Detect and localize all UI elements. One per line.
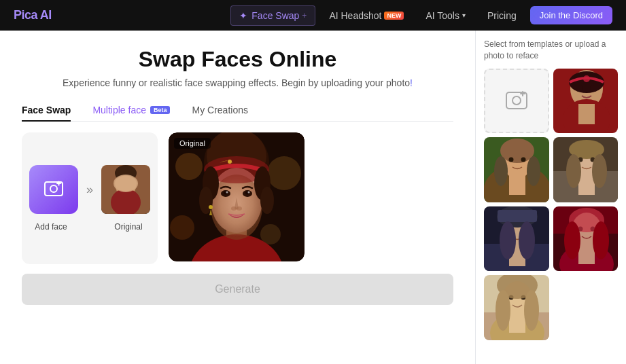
svg-point-24 <box>226 192 228 194</box>
template-item-5[interactable] <box>553 206 619 272</box>
template-2-img <box>484 137 549 202</box>
upload-photo-icon <box>504 88 529 113</box>
template-item-3[interactable] <box>553 137 619 202</box>
svg-point-42 <box>578 85 583 90</box>
original-label: Original <box>104 222 153 232</box>
generate-section: Generate <box>22 274 453 305</box>
svg-point-5 <box>119 181 123 185</box>
template-grid <box>484 69 618 340</box>
add-face-label: Add face <box>27 222 75 232</box>
svg-rect-70 <box>498 210 537 222</box>
svg-point-82 <box>593 221 609 259</box>
svg-point-34 <box>209 205 213 209</box>
tab-face-swap-label: Face Swap <box>22 105 71 115</box>
template-4-img <box>484 206 549 272</box>
svg-point-91 <box>495 290 510 331</box>
svg-point-51 <box>521 158 526 162</box>
svg-point-7 <box>115 165 137 181</box>
svg-point-81 <box>564 221 580 259</box>
right-panel-title: Select from templates or upload a photo … <box>484 39 618 62</box>
sparkle-icon: ✦ <box>239 10 247 21</box>
join-discord-label: Join the Discord <box>540 10 603 20</box>
generate-button[interactable]: Generate <box>22 274 453 305</box>
nav-pricing[interactable]: Pricing <box>479 6 525 25</box>
subtitle-link[interactable]: ! <box>410 77 413 88</box>
svg-point-33 <box>228 160 232 164</box>
logo-accent: AI <box>37 8 52 22</box>
original-thumbnail <box>101 165 150 214</box>
svg-rect-49 <box>509 175 525 195</box>
original-face-svg <box>101 165 150 214</box>
svg-point-27 <box>237 206 242 211</box>
template-item-1[interactable] <box>553 69 619 134</box>
svg-point-12 <box>170 215 194 240</box>
left-content: Swap Faces Online Experience funny or re… <box>0 31 475 364</box>
preview-image <box>169 132 305 261</box>
preview-panel: Original <box>169 132 305 264</box>
nav-face-swap-label: Face Swap <box>251 10 299 21</box>
svg-point-43 <box>590 85 595 90</box>
template-item-4[interactable] <box>484 206 549 272</box>
nav-ai-headshot-label: AI Headshot <box>329 10 381 21</box>
template-item-2[interactable] <box>484 137 549 202</box>
tab-my-creations[interactable]: My Creations <box>192 99 247 121</box>
tab-face-swap[interactable]: Face Swap <box>22 99 71 121</box>
svg-rect-35 <box>506 92 527 109</box>
nav-pricing-label: Pricing <box>487 10 517 21</box>
plus-icon: + <box>302 11 307 20</box>
subtitle-text: Experience funny or realistic face swapp… <box>63 77 410 88</box>
svg-rect-77 <box>578 244 595 264</box>
svg-rect-41 <box>578 104 595 124</box>
nav-ai-tools[interactable]: AI Tools ▾ <box>417 6 474 25</box>
logo-text: Pica <box>14 8 37 22</box>
tab-my-creations-label: My Creations <box>192 105 247 115</box>
svg-point-48 <box>500 139 534 163</box>
svg-point-71 <box>500 221 516 259</box>
template-5-img <box>553 206 619 272</box>
join-discord-button[interactable]: Join the Discord <box>530 6 612 24</box>
upload-row: » <box>29 165 150 214</box>
right-panel: Select from templates or upload a photo … <box>475 31 626 364</box>
svg-rect-87 <box>509 312 525 333</box>
new-badge: NEW <box>384 12 404 20</box>
add-photo-icon <box>43 179 65 200</box>
svg-point-26 <box>231 206 237 211</box>
svg-point-10 <box>267 156 301 190</box>
svg-point-9 <box>175 153 203 180</box>
upload-panel: » <box>22 132 158 264</box>
main-layout: Swap Faces Online Experience funny or re… <box>0 31 626 364</box>
arrow-icon: » <box>86 183 93 197</box>
tab-multiple-face-label: Multiple face <box>92 105 146 115</box>
upload-labels: Add face Original <box>27 222 153 232</box>
svg-point-61 <box>566 154 581 188</box>
svg-point-6 <box>128 181 133 185</box>
template-item-6[interactable] <box>484 275 549 340</box>
svg-point-62 <box>592 154 607 188</box>
workspace: » <box>22 132 453 264</box>
svg-point-52 <box>494 156 508 186</box>
tabs-container: Face Swap Multiple face Beta My Creation… <box>22 99 453 122</box>
chevron-down-icon: ▾ <box>462 12 466 19</box>
svg-point-36 <box>512 96 521 105</box>
svg-point-50 <box>509 158 514 162</box>
svg-point-44 <box>583 75 590 82</box>
template-1-img <box>553 69 619 134</box>
nav-ai-tools-label: AI Tools <box>425 10 459 21</box>
svg-point-25 <box>248 192 250 194</box>
nav-face-swap[interactable]: ✦ Face Swap + <box>230 5 315 26</box>
brand-logo[interactable]: Pica AI <box>14 8 52 22</box>
svg-point-32 <box>260 187 274 214</box>
svg-point-72 <box>519 221 535 259</box>
beta-badge: Beta <box>150 106 171 114</box>
add-face-button[interactable] <box>29 165 78 214</box>
preview-badge: Original <box>174 138 211 149</box>
page-title: Swap Faces Online <box>22 47 453 72</box>
tab-multiple-face[interactable]: Multiple face Beta <box>92 99 170 121</box>
svg-point-53 <box>527 156 540 186</box>
page-subtitle: Experience funny or realistic face swapp… <box>22 77 453 88</box>
template-upload-button[interactable] <box>484 69 549 134</box>
nav-ai-headshot[interactable]: AI Headshot NEW <box>321 6 412 25</box>
svg-point-1 <box>50 185 57 192</box>
template-6-img <box>484 275 549 340</box>
svg-point-92 <box>524 290 539 331</box>
